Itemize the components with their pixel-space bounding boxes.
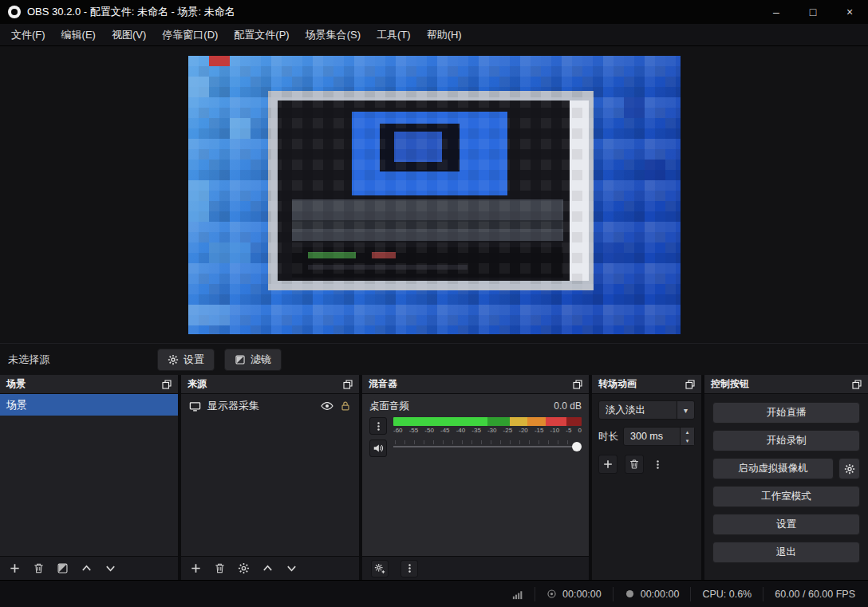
move-source-down-button[interactable] — [286, 562, 298, 574]
popout-icon[interactable] — [685, 380, 695, 389]
preview-area[interactable] — [0, 46, 868, 343]
fps-text: 60.00 / 60.00 FPS — [775, 589, 855, 600]
transition-selected-value: 淡入淡出 — [599, 404, 677, 417]
menu-docks[interactable]: 停靠窗口(D) — [154, 25, 226, 45]
selected-source-toolbar: 未选择源 设置 滤镜 — [0, 343, 868, 375]
stream-timer: 00:00:00 — [535, 587, 613, 601]
sources-dock-title: 来源 — [187, 377, 207, 391]
scene-list-item[interactable]: 场景 — [0, 394, 178, 416]
display-capture-icon — [189, 400, 201, 412]
trash-icon — [629, 459, 640, 470]
gear-icon — [844, 463, 855, 475]
popout-icon[interactable] — [573, 380, 582, 389]
scene-item-label: 场景 — [6, 398, 27, 412]
scale-tick: -40 — [456, 428, 466, 434]
duration-label: 时长 — [598, 430, 618, 443]
docks-area: 场景 场景 来源 — [0, 375, 868, 580]
menu-profile[interactable]: 配置文件(P) — [226, 25, 297, 45]
cpu-text: CPU: 0.6% — [702, 589, 752, 600]
record-timer: 00:00:00 — [613, 587, 691, 601]
virtual-camera-config-button[interactable] — [838, 458, 860, 479]
move-scene-up-button[interactable] — [81, 562, 93, 574]
close-button[interactable]: × — [831, 0, 868, 24]
duration-spinbox[interactable]: 300 ms ▴ ▾ — [623, 427, 695, 446]
audio-mixer-dock: 混音器 桌面音频 0.0 dB — [362, 375, 589, 580]
scale-tick: -45 — [440, 428, 450, 434]
mixer-channel-config-button[interactable] — [369, 417, 387, 435]
popout-icon[interactable] — [343, 380, 353, 389]
settings-button[interactable]: 设置 — [712, 514, 860, 535]
mute-button[interactable] — [369, 439, 387, 457]
remove-source-button[interactable] — [214, 562, 226, 574]
titlebar-left: OBS 30.2.0 - 配置文件: 未命名 - 场景: 未命名 — [0, 5, 758, 19]
scale-tick: -50 — [424, 428, 434, 434]
scenes-dock-title: 场景 — [6, 377, 26, 391]
preview-video — [188, 56, 681, 334]
move-scene-down-button[interactable] — [105, 562, 116, 574]
exit-button[interactable]: 退出 — [712, 542, 860, 563]
source-filters-button[interactable]: 滤镜 — [224, 349, 282, 371]
maximize-button[interactable]: □ — [795, 0, 831, 24]
transition-select[interactable]: 淡入淡出 ▾ — [598, 400, 695, 420]
transitions-dock: 转场动画 淡入淡出 ▾ 时长 300 ms ▴ ▾ — [592, 375, 701, 580]
scale-tick: -60 — [393, 428, 403, 434]
mixer-toolbar — [362, 556, 589, 580]
add-transition-button[interactable] — [598, 455, 617, 474]
sources-toolbar — [181, 556, 359, 580]
signal-bars-icon — [512, 589, 523, 600]
menu-help[interactable]: 帮助(H) — [419, 25, 470, 45]
stream-time: 00:00:00 — [562, 589, 602, 600]
popout-icon[interactable] — [162, 380, 172, 389]
duration-decrease-button[interactable]: ▾ — [681, 436, 694, 445]
advanced-audio-properties-button[interactable] — [371, 560, 389, 577]
transitions-body: 淡入淡出 ▾ 时长 300 ms ▴ ▾ — [592, 394, 701, 580]
minimize-button[interactable]: – — [758, 0, 795, 24]
move-source-up-button[interactable] — [262, 562, 274, 574]
dots-vertical-icon — [404, 563, 415, 573]
remove-scene-button[interactable] — [33, 562, 45, 574]
source-item-label: 显示器采集 — [207, 399, 259, 413]
obs-main-window: OBS 30.2.0 - 配置文件: 未命名 - 场景: 未命名 – □ × 文… — [0, 0, 868, 607]
start-recording-button[interactable]: 开始录制 — [712, 430, 860, 451]
volume-fader[interactable] — [393, 439, 582, 452]
start-virtual-camera-button[interactable]: 启动虚拟摄像机 — [712, 458, 834, 479]
menu-file[interactable]: 文件(F) — [3, 25, 53, 45]
gears-icon — [374, 563, 385, 574]
sources-dock-header: 来源 — [181, 375, 359, 394]
mixer-level-db: 0.0 dB — [554, 400, 582, 412]
statusbar: 00:00:00 00:00:00 CPU: 0.6% 60.00 / 60.0… — [0, 580, 868, 607]
lock-icon[interactable] — [340, 400, 351, 412]
menu-tools[interactable]: 工具(T) — [369, 25, 419, 45]
menu-view[interactable]: 视图(V) — [104, 25, 154, 45]
cpu-usage: CPU: 0.6% — [690, 587, 763, 601]
start-streaming-button[interactable]: 开始直播 — [712, 402, 860, 424]
duration-increase-button[interactable]: ▴ — [681, 428, 694, 436]
fader-handle[interactable] — [572, 442, 582, 451]
menu-scene-collection[interactable]: 场景集合(S) — [298, 25, 369, 45]
popout-icon[interactable] — [852, 380, 862, 389]
transition-properties-button[interactable] — [651, 455, 664, 474]
menu-edit[interactable]: 编辑(E) — [53, 25, 104, 45]
source-list-item[interactable]: 显示器采集 — [181, 394, 359, 418]
volume-meter-scale: -60 -55 -50 -45 -40 -35 -30 -25 -20 -15 — [393, 428, 582, 434]
source-properties-gear-button[interactable] — [238, 562, 250, 574]
filter-icon — [235, 354, 246, 365]
visibility-eye-icon[interactable] — [321, 400, 333, 412]
scenes-toolbar — [0, 556, 178, 580]
scale-tick: -30 — [487, 428, 497, 434]
source-filters-label: 滤镜 — [251, 353, 271, 367]
mixer-options-button[interactable] — [400, 560, 418, 577]
studio-mode-button[interactable]: 工作室模式 — [712, 486, 860, 507]
remove-transition-button[interactable] — [625, 455, 644, 474]
transitions-dock-title: 转场动画 — [598, 377, 637, 391]
add-source-button[interactable] — [190, 562, 202, 574]
scenes-list: 场景 — [0, 394, 178, 556]
source-properties-button[interactable]: 设置 — [157, 349, 215, 371]
mixer-body: 桌面音频 0.0 dB -60 -55 -50 — [362, 394, 589, 556]
speaker-icon — [373, 443, 384, 454]
add-scene-button[interactable] — [9, 562, 21, 574]
chevron-down-icon[interactable]: ▾ — [677, 401, 694, 419]
scale-tick: -20 — [519, 428, 528, 434]
scene-filters-button[interactable] — [57, 562, 69, 574]
stream-status-icon — [546, 589, 557, 599]
